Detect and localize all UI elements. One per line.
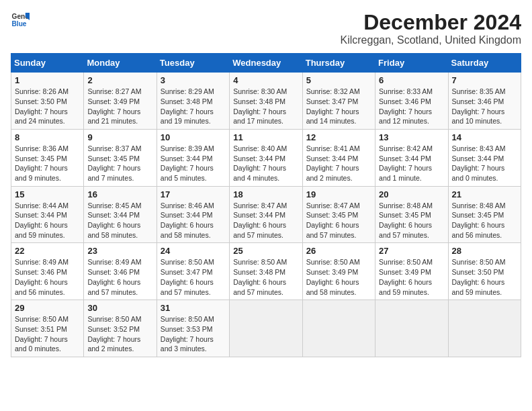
calendar-day-cell [302,300,375,357]
day-number: 19 [306,189,371,199]
calendar-day-cell [448,300,521,357]
day-number: 5 [306,75,371,85]
day-number: 2 [87,75,152,85]
calendar-day-cell: 8Sunrise: 8:36 AMSunset: 3:45 PMDaylight… [11,129,84,186]
day-number: 26 [306,246,371,256]
day-info: Sunrise: 8:49 AMSunset: 3:46 PMDaylight:… [87,257,152,297]
day-number: 21 [452,189,517,199]
calendar-day-cell: 2Sunrise: 8:27 AMSunset: 3:49 PMDaylight… [84,73,157,130]
calendar-day-cell: 16Sunrise: 8:45 AMSunset: 3:44 PMDayligh… [84,186,157,243]
calendar-day-cell: 24Sunrise: 8:50 AMSunset: 3:47 PMDayligh… [157,243,229,300]
weekday-header-cell: Friday [375,54,448,73]
day-info: Sunrise: 8:40 AMSunset: 3:44 PMDaylight:… [233,144,298,183]
day-number: 3 [161,75,226,85]
day-info: Sunrise: 8:26 AMSunset: 3:50 PMDaylight:… [15,87,80,126]
svg-text:Blue: Blue [12,20,27,28]
calendar-day-cell: 10Sunrise: 8:39 AMSunset: 3:44 PMDayligh… [157,129,229,186]
calendar-week-row: 8Sunrise: 8:36 AMSunset: 3:45 PMDaylight… [11,129,521,186]
day-info: Sunrise: 8:43 AMSunset: 3:44 PMDaylight:… [452,144,517,183]
calendar-day-cell: 31Sunrise: 8:50 AMSunset: 3:53 PMDayligh… [157,300,229,357]
day-info: Sunrise: 8:50 AMSunset: 3:47 PMDaylight:… [161,257,226,297]
day-info: Sunrise: 8:33 AMSunset: 3:46 PMDaylight:… [379,87,444,126]
calendar-day-cell: 7Sunrise: 8:35 AMSunset: 3:46 PMDaylight… [448,73,521,130]
calendar-day-cell: 20Sunrise: 8:48 AMSunset: 3:45 PMDayligh… [375,186,448,243]
day-info: Sunrise: 8:47 AMSunset: 3:45 PMDaylight:… [306,201,371,240]
day-info: Sunrise: 8:29 AMSunset: 3:48 PMDaylight:… [161,87,226,126]
location-title: Kilcreggan, Scotland, United Kingdom [341,34,522,46]
day-info: Sunrise: 8:42 AMSunset: 3:44 PMDaylight:… [379,144,444,183]
day-info: Sunrise: 8:32 AMSunset: 3:47 PMDaylight:… [306,87,371,126]
calendar-day-cell: 25Sunrise: 8:50 AMSunset: 3:48 PMDayligh… [230,243,302,300]
day-number: 13 [379,132,444,142]
month-title: December 2024 [341,11,522,34]
day-number: 8 [15,132,80,142]
weekday-header-cell: Sunday [11,54,84,73]
day-number: 9 [87,132,152,142]
calendar-day-cell: 14Sunrise: 8:43 AMSunset: 3:44 PMDayligh… [448,129,521,186]
day-number: 1 [15,75,80,85]
logo-icon: General Blue [11,11,30,30]
day-number: 6 [379,75,444,85]
calendar-day-cell: 12Sunrise: 8:41 AMSunset: 3:44 PMDayligh… [302,129,375,186]
day-info: Sunrise: 8:41 AMSunset: 3:44 PMDaylight:… [306,144,371,183]
title-area: December 2024 Kilcreggan, Scotland, Unit… [341,11,522,46]
day-info: Sunrise: 8:48 AMSunset: 3:45 PMDaylight:… [379,201,444,240]
calendar-day-cell: 21Sunrise: 8:48 AMSunset: 3:45 PMDayligh… [448,186,521,243]
day-info: Sunrise: 8:50 AMSunset: 3:49 PMDaylight:… [379,257,444,297]
calendar-day-cell: 18Sunrise: 8:47 AMSunset: 3:44 PMDayligh… [230,186,302,243]
day-number: 11 [233,132,298,142]
calendar-table: SundayMondayTuesdayWednesdayThursdayFrid… [11,53,521,357]
day-info: Sunrise: 8:27 AMSunset: 3:49 PMDaylight:… [87,87,152,126]
day-number: 15 [15,189,80,199]
calendar-day-cell: 26Sunrise: 8:50 AMSunset: 3:49 PMDayligh… [302,243,375,300]
calendar-day-cell: 28Sunrise: 8:50 AMSunset: 3:50 PMDayligh… [448,243,521,300]
calendar-day-cell: 4Sunrise: 8:30 AMSunset: 3:48 PMDaylight… [230,73,302,130]
calendar-day-cell: 3Sunrise: 8:29 AMSunset: 3:48 PMDaylight… [157,73,229,130]
day-info: Sunrise: 8:50 AMSunset: 3:48 PMDaylight:… [233,257,298,297]
day-info: Sunrise: 8:37 AMSunset: 3:45 PMDaylight:… [87,144,152,183]
weekday-header-cell: Saturday [448,54,521,73]
weekday-header-cell: Monday [84,54,157,73]
calendar-day-cell [230,300,302,357]
day-info: Sunrise: 8:50 AMSunset: 3:52 PMDaylight:… [87,314,152,354]
calendar-day-cell: 23Sunrise: 8:49 AMSunset: 3:46 PMDayligh… [84,243,157,300]
calendar-day-cell: 29Sunrise: 8:50 AMSunset: 3:51 PMDayligh… [11,300,84,357]
calendar-week-row: 1Sunrise: 8:26 AMSunset: 3:50 PMDaylight… [11,73,521,130]
day-number: 17 [161,189,226,199]
day-info: Sunrise: 8:39 AMSunset: 3:44 PMDaylight:… [161,144,226,183]
day-number: 30 [87,303,152,313]
weekday-header-cell: Tuesday [157,54,229,73]
day-info: Sunrise: 8:50 AMSunset: 3:50 PMDaylight:… [452,257,517,297]
weekday-header-cell: Wednesday [230,54,302,73]
calendar-day-cell: 9Sunrise: 8:37 AMSunset: 3:45 PMDaylight… [84,129,157,186]
day-info: Sunrise: 8:47 AMSunset: 3:44 PMDaylight:… [233,201,298,240]
day-info: Sunrise: 8:30 AMSunset: 3:48 PMDaylight:… [233,87,298,126]
day-number: 22 [15,246,80,256]
day-number: 18 [233,189,298,199]
weekday-header-row: SundayMondayTuesdayWednesdayThursdayFrid… [11,54,521,73]
day-info: Sunrise: 8:46 AMSunset: 3:44 PMDaylight:… [161,201,226,240]
day-number: 27 [379,246,444,256]
calendar-day-cell: 13Sunrise: 8:42 AMSunset: 3:44 PMDayligh… [375,129,448,186]
calendar-day-cell: 6Sunrise: 8:33 AMSunset: 3:46 PMDaylight… [375,73,448,130]
day-info: Sunrise: 8:35 AMSunset: 3:46 PMDaylight:… [452,87,517,126]
day-number: 31 [161,303,226,313]
calendar-day-cell: 27Sunrise: 8:50 AMSunset: 3:49 PMDayligh… [375,243,448,300]
day-info: Sunrise: 8:49 AMSunset: 3:46 PMDaylight:… [15,257,80,297]
day-number: 14 [452,132,517,142]
logo: General Blue [11,11,30,30]
day-info: Sunrise: 8:50 AMSunset: 3:49 PMDaylight:… [306,257,371,297]
calendar-day-cell: 5Sunrise: 8:32 AMSunset: 3:47 PMDaylight… [302,73,375,130]
day-number: 16 [87,189,152,199]
calendar-day-cell [375,300,448,357]
day-number: 23 [87,246,152,256]
day-number: 12 [306,132,371,142]
calendar-week-row: 29Sunrise: 8:50 AMSunset: 3:51 PMDayligh… [11,300,521,357]
day-info: Sunrise: 8:48 AMSunset: 3:45 PMDaylight:… [452,201,517,240]
header: General Blue December 2024 Kilcreggan, S… [11,11,521,46]
day-info: Sunrise: 8:36 AMSunset: 3:45 PMDaylight:… [15,144,80,183]
calendar-week-row: 22Sunrise: 8:49 AMSunset: 3:46 PMDayligh… [11,243,521,300]
calendar-day-cell: 11Sunrise: 8:40 AMSunset: 3:44 PMDayligh… [230,129,302,186]
day-number: 7 [452,75,517,85]
weekday-header-cell: Thursday [302,54,375,73]
